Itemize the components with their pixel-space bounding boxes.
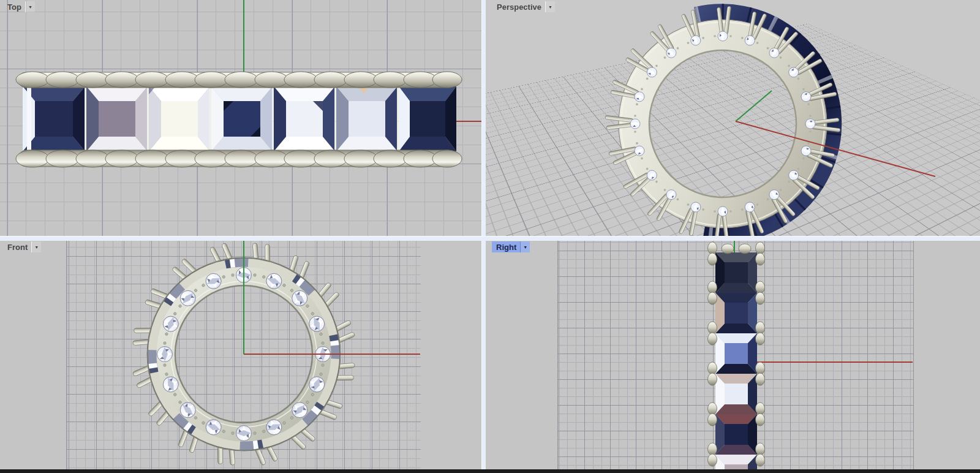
viewport-label-perspective[interactable]: Perspective ▼ <box>492 1 555 12</box>
viewport-title[interactable]: Right <box>492 241 520 252</box>
viewport-label-front[interactable]: Front ▼ <box>3 241 41 252</box>
viewport-front[interactable]: Front ▼ <box>0 240 481 473</box>
viewport-label-top[interactable]: Top ▼ <box>3 1 35 12</box>
viewport-top[interactable]: Top ▼ <box>0 0 481 236</box>
viewport-perspective[interactable]: Perspective ▼ <box>485 0 980 236</box>
viewport-label-right[interactable]: Right ▼ <box>492 241 530 252</box>
window-bottom-edge <box>0 469 980 473</box>
viewport-title[interactable]: Perspective <box>492 1 545 12</box>
ring-right-view <box>485 240 980 473</box>
viewport-title[interactable]: Top <box>3 1 25 12</box>
ring-front-view <box>0 240 481 473</box>
dropdown-arrow-icon[interactable]: ▼ <box>31 241 41 252</box>
viewport-divider-horizontal[interactable] <box>0 236 980 241</box>
ring-perspective-view <box>485 0 980 236</box>
ring-top-view <box>0 0 481 236</box>
dropdown-arrow-icon[interactable]: ▼ <box>520 241 530 252</box>
dropdown-arrow-icon[interactable]: ▼ <box>25 1 35 12</box>
dropdown-arrow-icon[interactable]: ▼ <box>545 1 555 12</box>
viewport-right[interactable]: Right ▼ <box>485 240 980 473</box>
viewport-title[interactable]: Front <box>3 241 31 252</box>
